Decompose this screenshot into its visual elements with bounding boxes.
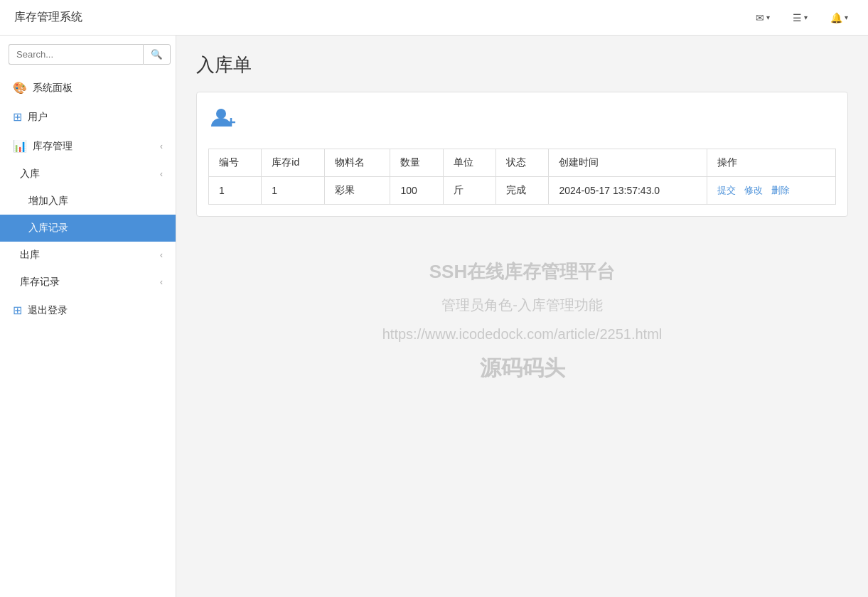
sidebar-item-inventory-records[interactable]: 库存记录 ‹	[0, 269, 176, 296]
cell-stock-id: 1	[262, 177, 325, 205]
watermark-line2: 管理员角色-入库管理功能	[196, 296, 848, 315]
search-box: 🔍	[0, 36, 176, 73]
search-icon: 🔍	[151, 49, 163, 60]
sidebar-item-inventory-mgmt[interactable]: 📊 库存管理 ‹	[0, 131, 176, 161]
sidebar: 🔍 🎨 系统面板 ⊞ 用户 📊 库存管理 ‹ 入库 ‹ 增加入库 入库记录	[0, 36, 176, 597]
sidebar-item-outbound[interactable]: 出库 ‹	[0, 242, 176, 269]
col-header-unit: 单位	[443, 149, 495, 177]
menu-button[interactable]: ☰ ▾	[787, 9, 813, 26]
email-button[interactable]: ✉ ▾	[750, 9, 776, 26]
outbound-chevron-icon: ‹	[160, 250, 163, 260]
email-icon: ✉	[756, 12, 764, 23]
cell-actions: 提交 修改 删除	[707, 177, 836, 205]
cell-material: 彩果	[324, 177, 390, 205]
cell-created-time: 2024-05-17 13:57:43.0	[549, 177, 707, 205]
main-content: 入库单 编号 库存id 物料名 数	[176, 36, 868, 400]
col-header-status: 状态	[496, 149, 549, 177]
submit-link[interactable]: 提交	[717, 185, 736, 195]
col-header-created-time: 创建时间	[549, 149, 707, 177]
layout: 🔍 🎨 系统面板 ⊞ 用户 📊 库存管理 ‹ 入库 ‹ 增加入库 入库记录	[0, 36, 868, 597]
users-icon: ⊞	[13, 110, 22, 124]
logout-icon: ⊞	[13, 303, 22, 317]
inventory-chevron-icon: ‹	[160, 141, 163, 151]
cell-quantity: 100	[390, 177, 443, 205]
menu-chevron: ▾	[804, 14, 808, 21]
svg-point-0	[216, 109, 226, 119]
email-chevron: ▾	[766, 14, 770, 21]
col-header-quantity: 数量	[390, 149, 443, 177]
sidebar-item-label: 库存记录	[20, 276, 60, 289]
table-header: 编号 库存id 物料名 数量 单位 状态 创建时间 操作	[209, 149, 836, 177]
menu-icon: ☰	[793, 12, 802, 23]
add-user-icon	[211, 112, 237, 134]
edit-link[interactable]: 修改	[744, 185, 763, 195]
cell-unit: 斤	[443, 177, 495, 205]
sidebar-item-label: 系统面板	[33, 82, 73, 95]
sidebar-item-logout[interactable]: ⊞ 退出登录	[0, 296, 176, 325]
watermark-url: https://www.icodedock.com/article/2251.h…	[196, 326, 848, 343]
col-header-stock-id: 库存id	[262, 149, 325, 177]
sidebar-item-dashboard[interactable]: 🎨 系统面板	[0, 73, 176, 102]
dashboard-icon: 🎨	[13, 81, 27, 95]
header-actions: ✉ ▾ ☰ ▾ 🔔 ▾	[750, 9, 854, 26]
header: 库存管理系统 ✉ ▾ ☰ ▾ 🔔 ▾	[0, 0, 868, 36]
app-title: 库存管理系统	[14, 10, 82, 25]
sidebar-item-label: 出库	[20, 249, 40, 262]
page-title: 入库单	[196, 53, 848, 77]
bell-icon: 🔔	[830, 12, 842, 23]
search-input[interactable]	[9, 44, 143, 65]
delete-link[interactable]: 删除	[771, 185, 790, 195]
inbound-chevron-icon: ‹	[160, 169, 163, 179]
add-btn-area	[208, 104, 836, 137]
sidebar-item-label: 用户	[28, 111, 48, 124]
search-button[interactable]: 🔍	[143, 44, 171, 65]
watermark-source: 源码码头	[196, 354, 848, 383]
cell-id: 1	[209, 177, 262, 205]
col-header-id: 编号	[209, 149, 262, 177]
col-header-actions: 操作	[707, 149, 836, 177]
table-row: 1 1 彩果 100 斤 完成 2024-05-17 13:57:43.0 提交	[209, 177, 836, 205]
sidebar-item-inbound-records[interactable]: 入库记录	[0, 215, 176, 242]
sidebar-item-label: 退出登录	[28, 304, 68, 317]
sidebar-item-users[interactable]: ⊞ 用户	[0, 102, 176, 131]
main-area: 入库单 编号 库存id 物料名 数	[176, 36, 868, 597]
sidebar-item-label: 入库	[20, 168, 40, 181]
status-badge: 完成	[506, 184, 526, 195]
bell-chevron: ▾	[845, 14, 848, 21]
sidebar-item-label: 库存管理	[33, 140, 73, 153]
watermark-area: SSH在线库存管理平台 管理员角色-入库管理功能 https://www.ico…	[196, 259, 848, 383]
sidebar-item-label: 入库记录	[28, 222, 68, 235]
content-card: 编号 库存id 物料名 数量 单位 状态 创建时间 操作 1	[196, 92, 848, 217]
watermark-line1: SSH在线库存管理平台	[196, 259, 848, 284]
cell-status: 完成	[496, 177, 549, 205]
bell-button[interactable]: 🔔 ▾	[825, 9, 854, 26]
sidebar-item-add-inbound[interactable]: 增加入库	[0, 188, 176, 215]
inventory-icon: 📊	[13, 139, 27, 153]
col-header-material: 物料名	[324, 149, 390, 177]
inbound-table: 编号 库存id 物料名 数量 单位 状态 创建时间 操作 1	[208, 149, 836, 205]
sidebar-item-inbound[interactable]: 入库 ‹	[0, 161, 176, 188]
sidebar-item-label: 增加入库	[28, 195, 68, 208]
add-inbound-button[interactable]	[208, 104, 240, 137]
inventory-records-chevron-icon: ‹	[160, 277, 163, 287]
table-body: 1 1 彩果 100 斤 完成 2024-05-17 13:57:43.0 提交	[209, 177, 836, 205]
